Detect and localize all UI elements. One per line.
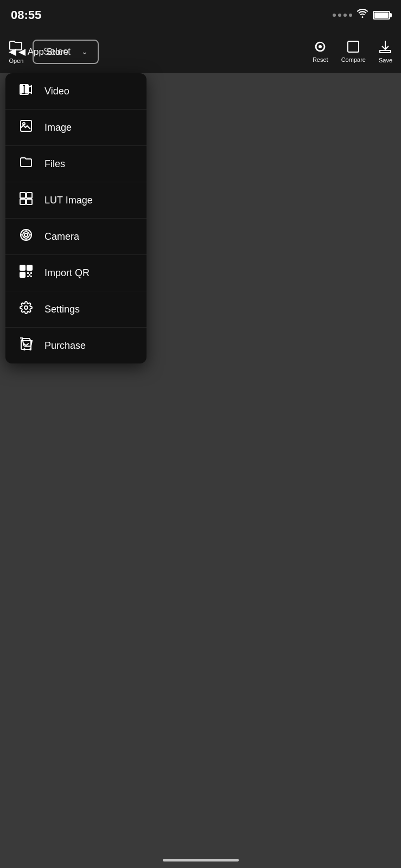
svg-point-43 (30, 349, 31, 350)
svg-rect-12 (21, 91, 22, 93)
wifi-icon (357, 9, 368, 21)
svg-rect-30 (21, 266, 24, 269)
compare-label: Compare (341, 56, 366, 63)
video-icon (18, 83, 34, 99)
home-indicator (163, 859, 239, 861)
svg-rect-20 (20, 199, 26, 205)
chevron-down-icon: ⌄ (81, 47, 88, 56)
camera-label: Camera (44, 231, 79, 242)
camera-icon (18, 228, 34, 245)
svg-rect-36 (30, 272, 32, 274)
purchase-label: Purchase (44, 340, 86, 352)
compare-button[interactable]: Compare (341, 40, 366, 63)
reset-label: Reset (313, 56, 328, 63)
files-label: Files (44, 158, 65, 170)
svg-point-1 (319, 45, 322, 48)
open-label: Open (9, 58, 24, 64)
svg-rect-14 (26, 88, 27, 90)
svg-rect-37 (27, 276, 29, 277)
svg-rect-35 (27, 272, 29, 274)
svg-point-23 (24, 233, 28, 237)
status-bar: 08:55 (0, 0, 401, 30)
open-button[interactable]: Open (9, 39, 24, 64)
menu-item-lut-image[interactable]: LUT Image (5, 182, 147, 219)
menu-item-video[interactable]: Video (5, 73, 147, 110)
svg-rect-10 (21, 86, 22, 87)
open-folder-icon (9, 39, 24, 55)
svg-rect-38 (30, 276, 32, 277)
svg-rect-11 (21, 88, 22, 90)
dropdown-menu: Video Image Files (5, 73, 147, 363)
files-icon (18, 156, 34, 172)
svg-rect-15 (26, 91, 27, 93)
svg-rect-6 (23, 86, 24, 93)
save-button[interactable]: Save (379, 40, 392, 63)
import-qr-label: Import QR (44, 267, 90, 279)
image-label: Image (44, 122, 72, 133)
menu-item-import-qr[interactable]: Import QR (5, 255, 147, 291)
settings-icon (18, 301, 34, 317)
reset-button[interactable]: Reset (313, 40, 328, 63)
save-icon (379, 40, 392, 56)
import-qr-icon (18, 265, 34, 281)
image-icon (18, 119, 34, 136)
svg-rect-21 (27, 199, 32, 205)
select-dropdown[interactable]: Select ⌄ (33, 40, 99, 64)
menu-item-purchase[interactable]: Purchase (5, 328, 147, 363)
svg-rect-39 (29, 274, 30, 276)
svg-rect-19 (27, 193, 32, 198)
status-time: 08:55 (11, 8, 41, 22)
svg-point-17 (23, 123, 25, 125)
menu-item-files[interactable]: Files (5, 146, 147, 182)
menu-item-camera[interactable]: Camera (5, 219, 147, 255)
svg-rect-32 (28, 266, 31, 269)
status-icons (333, 9, 390, 21)
svg-rect-34 (21, 273, 24, 276)
menu-item-settings[interactable]: Settings (5, 291, 147, 328)
svg-rect-2 (348, 41, 359, 52)
settings-label: Settings (44, 304, 80, 315)
select-label: Select (43, 46, 71, 58)
main-toolbar: ◀ ◀ App Store Open Select ⌄ Reset (0, 30, 401, 73)
lut-image-icon (18, 192, 34, 208)
reset-icon (313, 40, 327, 55)
svg-rect-13 (26, 86, 27, 87)
battery-icon (373, 11, 390, 20)
svg-point-42 (24, 349, 25, 350)
svg-rect-18 (20, 193, 26, 198)
svg-point-28 (23, 232, 29, 238)
compare-icon (347, 40, 360, 55)
purchase-icon (18, 337, 34, 354)
menu-item-image[interactable]: Image (5, 110, 147, 146)
video-label: Video (44, 86, 69, 97)
svg-point-40 (24, 306, 28, 309)
save-label: Save (379, 57, 392, 63)
signal-icon (333, 14, 352, 17)
lut-image-label: LUT Image (44, 195, 93, 206)
